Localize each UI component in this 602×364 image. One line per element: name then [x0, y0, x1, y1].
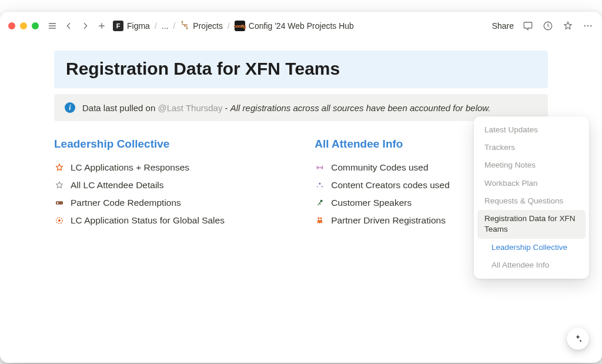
nav-back-button[interactable] — [63, 21, 74, 31]
ai-fab-button[interactable] — [567, 328, 589, 350]
title-banner: Registration Data for XFN Teams — [54, 51, 548, 88]
callout-suffix: All registrations across all sources hav… — [230, 103, 491, 113]
list-item-label: Partner Driven Registrations — [331, 215, 446, 226]
svg-point-1 — [185, 25, 186, 26]
toc-subitem[interactable]: Leadership Collective — [477, 239, 586, 256]
breadcrumb-hub-label: Config '24 Web Projects Hub — [249, 21, 354, 31]
breadcrumb-hub[interactable]: config Config '24 Web Projects Hub — [235, 21, 354, 31]
hub-icon: config — [235, 21, 245, 31]
topbar-actions: Share — [492, 20, 594, 32]
list-item-label: LC Applications + Responses — [71, 162, 189, 173]
list-item[interactable]: LC Applications + Responses — [54, 159, 291, 176]
broadcast-icon — [315, 162, 325, 173]
breadcrumb-projects[interactable]: Projects — [180, 21, 223, 32]
figma-icon: F — [113, 21, 123, 31]
close-window-button[interactable] — [8, 22, 15, 29]
comments-button[interactable] — [522, 20, 534, 32]
topbar: F Figma / ... / Projects / config Config… — [0, 12, 602, 40]
toc-item[interactable]: Requests & Questions — [477, 192, 586, 210]
breadcrumb-projects-label: Projects — [193, 21, 223, 31]
window-controls — [8, 22, 39, 29]
star-orange-icon — [54, 162, 65, 173]
breadcrumb-root[interactable]: F Figma — [113, 21, 150, 31]
callout: i Data last pulled on @Last Thursday - A… — [54, 94, 548, 121]
svg-point-2 — [186, 28, 188, 29]
breadcrumb-ellipsis[interactable]: ... — [162, 21, 169, 31]
mic-icon — [315, 198, 325, 208]
svg-point-11 — [319, 167, 320, 168]
svg-rect-8 — [57, 202, 58, 204]
list-item-label: All LC Attendee Details — [71, 180, 164, 191]
toc-item[interactable]: Workback Plan — [477, 175, 586, 192]
ticket-icon — [54, 198, 65, 208]
nav-forward-button[interactable] — [80, 21, 91, 31]
new-page-button[interactable] — [96, 21, 107, 31]
updates-button[interactable] — [542, 20, 554, 32]
svg-point-14 — [320, 217, 322, 219]
breadcrumb-separator: / — [153, 21, 158, 31]
favorite-button[interactable] — [562, 20, 574, 32]
table-of-contents: Latest Updates Trackers Meeting Notes Wo… — [474, 116, 589, 279]
list-item[interactable]: LC Application Status for Global Sales — [54, 212, 291, 229]
column-heading-leadership[interactable]: Leadership Collective — [54, 138, 291, 151]
svg-point-5 — [587, 25, 588, 26]
breadcrumb: F Figma / ... / Projects / config Config… — [113, 21, 354, 32]
svg-point-0 — [182, 21, 183, 22]
toc-subitem[interactable]: All Attendee Info — [477, 256, 586, 274]
toc-item[interactable]: Meeting Notes — [477, 156, 586, 174]
list-item-label: Community Codes used — [331, 162, 428, 173]
list-item-label: LC Application Status for Global Sales — [71, 215, 225, 226]
callout-text[interactable]: Data last pulled on @Last Thursday - All… — [82, 103, 491, 113]
list-item-label: Content Creators codes used — [331, 180, 450, 191]
list-item[interactable]: Partner Code Redemptions — [54, 194, 291, 212]
list-item-label: Customer Speakers — [331, 198, 412, 208]
target-icon — [54, 215, 65, 226]
svg-point-4 — [584, 25, 586, 26]
svg-point-6 — [590, 25, 591, 26]
breadcrumb-root-label: Figma — [127, 21, 150, 31]
list-item[interactable]: All LC Attendee Details — [54, 176, 291, 194]
star-grey-icon — [54, 180, 65, 191]
breadcrumb-separator: / — [226, 21, 231, 31]
sidebar-toggle-button[interactable] — [47, 21, 58, 31]
more-menu-button[interactable] — [582, 20, 594, 32]
app-window: F Figma / ... / Projects / config Config… — [0, 12, 602, 363]
share-button[interactable]: Share — [492, 21, 514, 31]
svg-point-13 — [318, 217, 320, 219]
people-icon — [315, 215, 325, 226]
column-leadership: Leadership Collective LC Applications + … — [54, 138, 291, 229]
nav-controls — [47, 21, 107, 31]
callout-sep: - — [222, 103, 230, 113]
info-icon: i — [65, 102, 75, 113]
list-item-label: Partner Code Redemptions — [71, 198, 181, 208]
minimize-window-button[interactable] — [20, 22, 27, 29]
toc-item[interactable]: Latest Updates — [477, 121, 586, 139]
breadcrumb-separator: / — [172, 21, 176, 31]
page-title[interactable]: Registration Data for XFN Teams — [66, 59, 536, 79]
svg-point-10 — [58, 219, 61, 222]
svg-rect-7 — [56, 201, 63, 204]
maximize-window-button[interactable] — [32, 22, 39, 29]
callout-prefix: Data last pulled on — [82, 103, 158, 113]
projects-tree-icon — [180, 21, 189, 32]
toc-item[interactable]: Trackers — [477, 139, 586, 156]
callout-mention[interactable]: @Last Thursday — [158, 103, 222, 113]
toc-item-active[interactable]: Registration Data for XFN Teams — [477, 210, 586, 238]
sparkles-icon — [315, 180, 325, 191]
